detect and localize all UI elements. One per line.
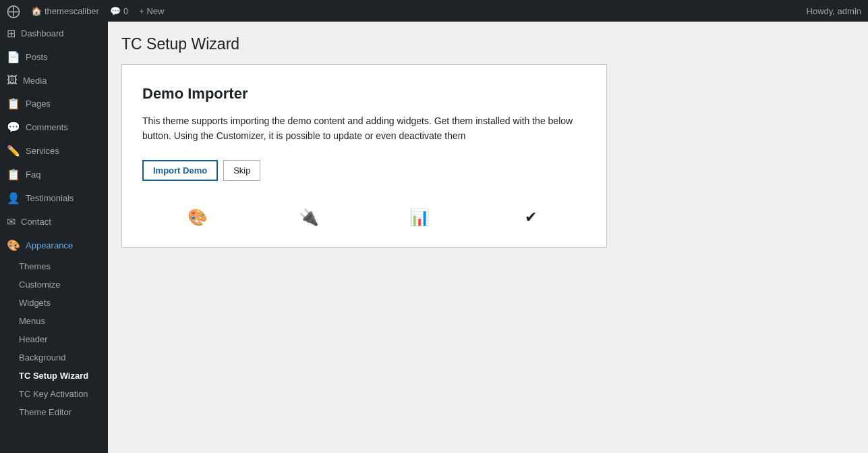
appearance-submenu: Themes Customize Widgets Menus Header Ba… — [0, 257, 108, 421]
pages-icon: 📋 — [7, 97, 20, 110]
submenu-widgets[interactable]: Widgets — [0, 294, 108, 312]
card-description: This theme supports importing the demo c… — [142, 113, 586, 144]
palette-icon: 🎨 — [187, 208, 208, 227]
topbar: ⨁ 🏠 themescaliber 💬 0 + New Howdy, admin — [0, 0, 868, 22]
comment-icon: 💬 — [110, 6, 121, 16]
demo-importer-card: Demo Importer This theme supports import… — [121, 64, 607, 248]
sidebar-item-pages[interactable]: 📋 Pages — [0, 92, 108, 115]
plugin-icon: 🔌 — [299, 208, 319, 227]
media-icon: 🖼 — [7, 74, 18, 86]
sidebar-item-appearance[interactable]: 🎨 Appearance — [0, 234, 108, 257]
layout: ⊞ Dashboard 📄 Posts 🖼 Media 📋 Pages 💬 Co… — [0, 22, 868, 453]
sidebar-item-faq[interactable]: 📋 Faq — [0, 163, 108, 186]
appearance-icon: 🎨 — [7, 239, 20, 252]
topbar-howdy: Howdy, admin — [807, 6, 861, 16]
page-title: TC Setup Wizard — [121, 35, 855, 53]
card-title: Demo Importer — [142, 85, 586, 103]
submenu-themes[interactable]: Themes — [0, 257, 108, 275]
sidebar-item-dashboard[interactable]: ⊞ Dashboard — [0, 22, 108, 45]
step-table: 📊 — [364, 208, 475, 227]
dashboard-icon: ⊞ — [7, 27, 16, 40]
sidebar-item-media[interactable]: 🖼 Media — [0, 69, 108, 92]
import-demo-button[interactable]: Import Demo — [142, 160, 218, 181]
faq-icon: 📋 — [7, 168, 20, 181]
comments-icon: 💬 — [7, 121, 20, 134]
action-buttons: Import Demo Skip — [142, 160, 586, 181]
sidebar-item-services[interactable]: ✏️ Services — [0, 139, 108, 163]
home-icon: 🏠 — [31, 6, 42, 16]
submenu-customize[interactable]: Customize — [0, 275, 108, 294]
sidebar-item-contact[interactable]: ✉ Contact — [0, 210, 108, 234]
submenu-header[interactable]: Header — [0, 330, 108, 348]
submenu-menus[interactable]: Menus — [0, 312, 108, 330]
submenu-tc-key-activation[interactable]: TC Key Activation — [0, 385, 108, 403]
check-icon: ✔ — [525, 209, 537, 226]
steps-row: 🎨 🔌 📊 ✔ — [142, 208, 586, 227]
step-check: ✔ — [475, 209, 587, 226]
sidebar-item-posts[interactable]: 📄 Posts — [0, 45, 108, 69]
submenu-theme-editor[interactable]: Theme Editor — [0, 403, 108, 421]
wp-logo-icon[interactable]: ⨁ — [7, 3, 20, 19]
submenu-background[interactable]: Background — [0, 348, 108, 367]
services-icon: ✏️ — [7, 144, 20, 157]
topbar-new[interactable]: + New — [139, 6, 164, 16]
submenu-tc-setup-wizard[interactable]: TC Setup Wizard — [0, 367, 108, 385]
testimonials-icon: 👤 — [7, 192, 20, 205]
skip-button[interactable]: Skip — [223, 160, 260, 181]
topbar-comments[interactable]: 💬 0 — [110, 6, 128, 16]
sidebar-item-comments[interactable]: 💬 Comments — [0, 115, 108, 139]
topbar-site-name[interactable]: 🏠 themescaliber — [31, 6, 99, 16]
sidebar: ⊞ Dashboard 📄 Posts 🖼 Media 📋 Pages 💬 Co… — [0, 22, 108, 453]
step-plugin: 🔌 — [254, 208, 365, 227]
table-icon: 📊 — [409, 208, 430, 227]
step-palette: 🎨 — [142, 208, 254, 227]
sidebar-item-testimonials[interactable]: 👤 Testimonials — [0, 186, 108, 210]
contact-icon: ✉ — [7, 215, 16, 228]
main-content: TC Setup Wizard Demo Importer This theme… — [108, 22, 868, 453]
posts-icon: 📄 — [7, 51, 20, 63]
